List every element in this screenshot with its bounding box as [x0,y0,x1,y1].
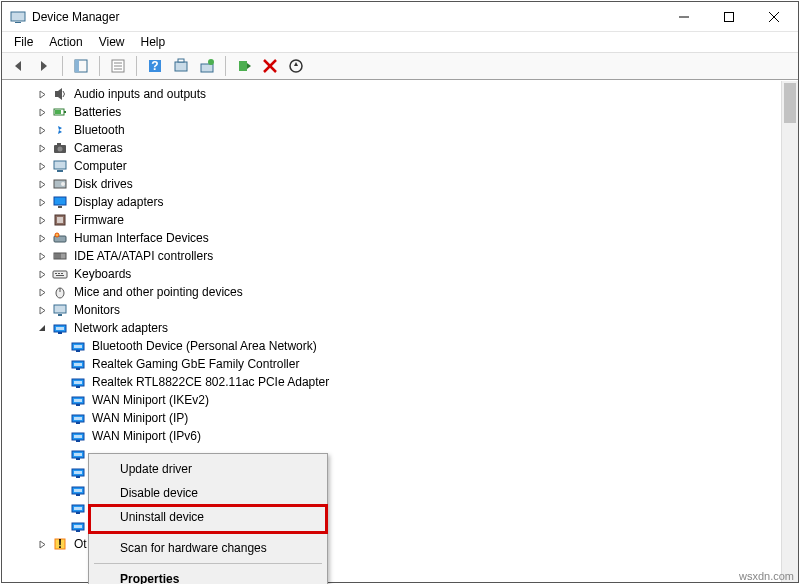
maximize-button[interactable] [706,2,751,31]
svg-rect-60 [55,273,57,274]
forward-button[interactable] [32,54,56,78]
category-node[interactable]: Firmware [4,211,779,229]
device-node[interactable]: Realtek RTL8822CE 802.11ac PCIe Adapter [4,373,779,391]
other-icon: ! [52,536,68,552]
show-hide-tree-button[interactable] [69,54,93,78]
chevron-right-icon[interactable] [34,212,50,228]
menu-action[interactable]: Action [41,33,90,51]
close-button[interactable] [751,2,796,31]
device-node[interactable]: Bluetooth Device (Personal Area Network) [4,337,779,355]
scan-hardware-button[interactable] [284,54,308,78]
svg-marker-67 [40,307,45,314]
svg-marker-47 [40,217,45,224]
network-icon [70,482,86,498]
back-button[interactable] [6,54,30,78]
category-node[interactable]: Monitors [4,301,779,319]
chevron-right-icon[interactable] [34,284,50,300]
svg-rect-37 [57,143,61,145]
ctx-disable-device[interactable]: Disable device [92,481,324,505]
network-icon [70,356,86,372]
svg-rect-102 [76,512,80,514]
category-node[interactable]: Human Interface Devices [4,229,779,247]
ctx-update-driver[interactable]: Update driver [92,457,324,481]
category-node[interactable]: Audio inputs and outputs [4,85,779,103]
category-node[interactable]: Mice and other pointing devices [4,283,779,301]
node-label: Firmware [72,212,126,228]
chevron-right-icon[interactable] [34,140,50,156]
vertical-scrollbar[interactable] [781,81,798,582]
scan-button[interactable] [169,54,193,78]
category-node[interactable]: Batteries [4,103,779,121]
chevron-right-icon[interactable] [34,158,50,174]
svg-text:?: ? [151,59,158,73]
chevron-right-icon[interactable] [34,248,50,264]
ctx-properties[interactable]: Properties [92,567,324,584]
update-driver-button[interactable] [195,54,219,78]
keyboard-icon [52,266,68,282]
ctx-scan-hardware[interactable]: Scan for hardware changes [92,536,324,560]
ctx-uninstall-device[interactable]: Uninstall device [92,505,324,529]
svg-marker-53 [40,253,45,260]
category-node[interactable]: Cameras [4,139,779,157]
enable-button[interactable] [232,54,256,78]
device-node[interactable]: Realtek Gaming GbE Family Controller [4,355,779,373]
svg-text:!: ! [58,537,62,551]
menu-help[interactable]: Help [133,33,174,51]
category-node[interactable]: Disk drives [4,175,779,193]
chevron-down-icon[interactable] [34,320,50,336]
chevron-right-icon[interactable] [34,536,50,552]
svg-marker-38 [40,163,45,170]
svg-rect-81 [76,386,80,388]
node-label: IDE ATA/ATAPI controllers [72,248,215,264]
node-label: Display adapters [72,194,165,210]
chevron-right-icon[interactable] [34,230,50,246]
category-node[interactable]: Keyboards [4,265,779,283]
toolbar-separator [99,56,100,76]
chevron-right-icon[interactable] [34,122,50,138]
device-node[interactable]: WAN Miniport (IP) [4,409,779,427]
disk-icon [52,176,68,192]
chevron-right-icon[interactable] [34,194,50,210]
category-node[interactable]: Bluetooth [4,121,779,139]
menu-bar: File Action View Help [2,32,798,52]
uninstall-button[interactable] [258,54,282,78]
svg-marker-6 [15,61,21,71]
chevron-right-icon[interactable] [34,266,50,282]
device-node[interactable]: WAN Miniport (IKEv2) [4,391,779,409]
svg-rect-78 [76,368,80,370]
minimize-button[interactable] [661,2,706,31]
svg-rect-94 [74,453,82,456]
svg-marker-33 [40,127,45,134]
title-bar[interactable]: Device Manager [2,2,798,32]
category-node[interactable]: Computer [4,157,779,175]
device-node[interactable]: WAN Miniport (IPv6) [4,427,779,445]
toolbar: ? [2,52,798,80]
help-button[interactable]: ? [143,54,167,78]
chevron-right-icon[interactable] [34,104,50,120]
svg-rect-40 [57,170,63,172]
svg-rect-103 [74,507,82,510]
node-label: Computer [72,158,129,174]
chevron-right-icon[interactable] [34,176,50,192]
toolbar-separator [136,56,137,76]
properties-button[interactable] [106,54,130,78]
svg-rect-62 [61,273,63,274]
menu-view[interactable]: View [91,33,133,51]
watermark: wsxdn.com [739,570,794,582]
svg-rect-72 [58,332,62,334]
chevron-right-icon [52,356,68,372]
menu-file[interactable]: File [6,33,41,51]
node-label: Bluetooth [72,122,127,138]
scrollbar-thumb[interactable] [784,83,796,123]
svg-rect-63 [56,275,64,276]
svg-rect-0 [11,12,25,21]
svg-rect-97 [74,471,82,474]
chevron-right-icon[interactable] [34,86,50,102]
chevron-right-icon[interactable] [34,302,50,318]
network-icon [70,392,86,408]
category-node[interactable]: Display adapters [4,193,779,211]
svg-rect-27 [55,91,58,97]
category-node[interactable]: Network adapters [4,319,779,337]
category-node[interactable]: IDE ATA/ATAPI controllers [4,247,779,265]
node-label: Realtek Gaming GbE Family Controller [90,356,301,372]
